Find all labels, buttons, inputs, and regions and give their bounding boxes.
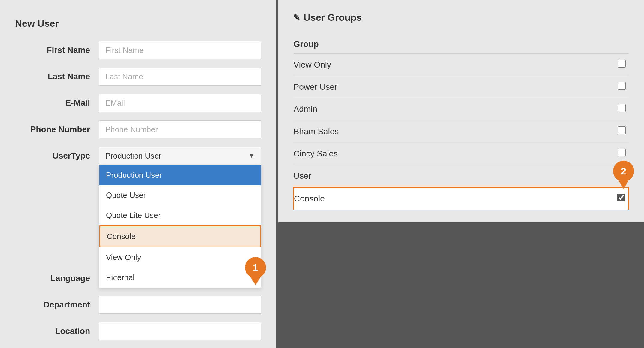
group-row: Cincy Sales [294,143,629,165]
email-input[interactable] [99,94,261,112]
usertype-dropdown[interactable]: Production User ▼ [99,147,261,165]
first-name-input[interactable] [99,41,261,59]
group-checkbox-header [562,35,628,53]
group-row: View Only [294,53,629,76]
usertype-dropdown-list: Production User Quote User Quote Lite Us… [99,165,261,288]
group-name: View Only [294,53,562,76]
location-row: Location [15,322,261,340]
group-header: Group [294,35,562,53]
first-name-label: First Name [15,45,99,55]
group-checkbox-cell [562,76,628,98]
department-row: Department [15,296,261,314]
right-panel-wrapper: ✎ User Groups Group View OnlyPower UserA… [278,0,644,348]
group-name: User [294,165,562,187]
group-checkbox-cincy-sales[interactable] [618,149,626,156]
option-quote-user[interactable]: Quote User [99,185,261,205]
right-panel: ✎ User Groups Group View OnlyPower UserA… [278,0,644,222]
groups-table: Group View OnlyPower UserAdminBham Sales… [293,35,629,210]
user-groups-title: ✎ User Groups [293,12,629,23]
page-title: New User [0,12,276,41]
group-checkbox-cell [562,98,628,120]
group-name: Bham Sales [294,120,562,143]
group-checkbox-console[interactable] [617,194,625,201]
annotation-bubble-2: 2 [613,161,634,182]
first-name-row: First Name [15,41,261,59]
group-name: Admin [294,98,562,120]
usertype-dropdown-wrapper: Production User ▼ Production User Quote … [99,147,261,165]
last-name-row: Last Name [15,68,261,86]
last-name-label: Last Name [15,72,99,81]
group-name: Console [294,187,562,210]
phone-input[interactable] [99,120,261,138]
option-console[interactable]: Console 1 [99,225,261,247]
group-row: Admin [294,98,629,120]
email-row: E-Mail [15,94,261,112]
phone-label: Phone Number [15,125,99,134]
group-checkbox-cell: 2 [562,187,628,210]
group-checkbox-cell [562,53,628,76]
group-row: User [294,165,629,187]
location-input[interactable] [99,322,261,340]
right-bottom-panel [278,222,644,348]
option-view-only[interactable]: View Only [99,247,261,268]
department-input[interactable] [99,296,261,314]
location-label: Location [15,326,99,336]
group-checkbox-power-user[interactable] [618,82,626,90]
group-row: Console2 [294,187,629,210]
department-label: Department [15,300,99,310]
group-name: Power User [294,76,562,98]
annotation-bubble-1: 1 [245,257,266,278]
edit-icon: ✎ [293,13,300,23]
last-name-input[interactable] [99,68,261,86]
group-row: Power User [294,76,629,98]
language-label: Language [15,274,99,283]
left-panel: New User First Name Last Name E-Mail Pho… [0,0,276,348]
option-production-user[interactable]: Production User [99,165,261,185]
group-checkbox-bham-sales[interactable] [618,126,626,134]
group-checkbox-view-only[interactable] [618,60,626,68]
usertype-row: UserType Production User ▼ Production Us… [15,147,261,165]
form-container: First Name Last Name E-Mail Phone Number… [0,41,276,348]
usertype-label: UserType [15,147,99,161]
group-checkbox-admin[interactable] [618,104,626,112]
dropdown-arrow-icon: ▼ [248,152,255,160]
group-row: Bham Sales [294,120,629,143]
option-quote-lite-user[interactable]: Quote Lite User [99,205,261,225]
group-name: Cincy Sales [294,143,562,165]
phone-row: Phone Number [15,120,261,138]
group-checkbox-cell [562,120,628,143]
email-label: E-Mail [15,98,99,108]
usertype-value: Production User [105,151,248,161]
option-external[interactable]: External [99,268,261,288]
